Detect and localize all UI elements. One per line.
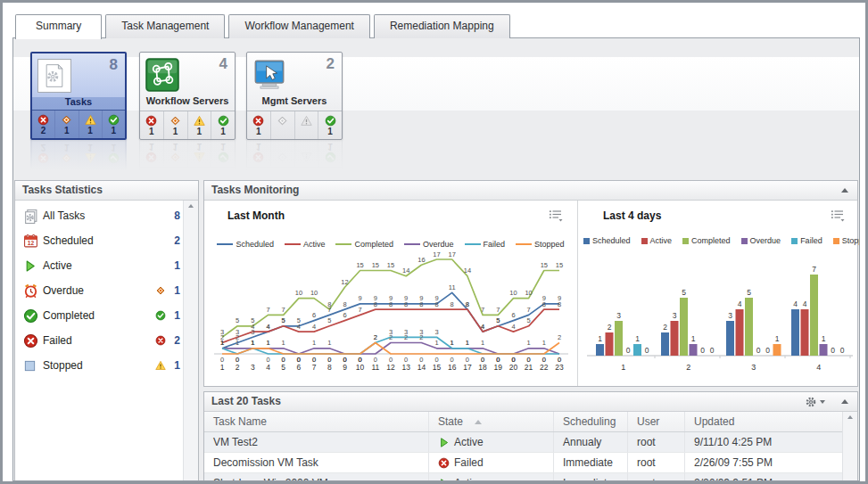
svg-text:0: 0 xyxy=(831,346,835,355)
tab-workflow-management[interactable]: Workflow Management xyxy=(228,14,370,38)
collapse-panel-icon[interactable] xyxy=(841,188,848,193)
svg-text:2: 2 xyxy=(663,323,667,332)
svg-text:12: 12 xyxy=(386,363,395,372)
summary-card-workflow-servers[interactable]: 4 Workflow Servers 1111 xyxy=(139,52,236,140)
svg-text:1: 1 xyxy=(251,339,254,347)
svg-text:17: 17 xyxy=(433,250,440,258)
stat-item-stopped[interactable]: Stopped 1 xyxy=(15,353,184,378)
scrollbar[interactable] xyxy=(842,412,857,481)
svg-text:0: 0 xyxy=(840,346,845,355)
svg-text:1: 1 xyxy=(312,339,316,347)
all-tasks-icon xyxy=(23,209,38,224)
svg-text:1: 1 xyxy=(451,339,454,347)
svg-text:1: 1 xyxy=(236,339,239,347)
svg-text:14: 14 xyxy=(464,267,471,275)
svg-text:12: 12 xyxy=(341,278,348,286)
legend-item: Scheduled xyxy=(217,240,274,249)
svg-text:3: 3 xyxy=(419,328,423,336)
svg-text:5: 5 xyxy=(527,316,531,324)
svg-text:8: 8 xyxy=(451,300,454,308)
tasks-monitoring-header: Tasks Monitoring xyxy=(204,181,857,201)
tab-remediation-mapping[interactable]: Remediation Mapping xyxy=(374,14,510,38)
svg-text:4: 4 xyxy=(511,323,515,331)
card-status-row: 2111 xyxy=(32,110,125,138)
svg-text:8: 8 xyxy=(434,300,438,308)
column-header-state[interactable]: State xyxy=(429,412,554,431)
svg-text:8: 8 xyxy=(327,300,331,308)
stat-item-overdue[interactable]: Overdue 1 xyxy=(15,278,184,303)
stat-item-failed[interactable]: Failed 2 xyxy=(15,328,184,353)
tab-summary[interactable]: Summary xyxy=(15,14,102,39)
status-cell: 2 xyxy=(32,111,55,138)
svg-text:11: 11 xyxy=(449,283,456,291)
svg-text:8: 8 xyxy=(419,300,423,308)
svg-text:17: 17 xyxy=(449,250,456,258)
tasks-statistics-header: Tasks Statistics xyxy=(15,181,198,201)
table-settings-control[interactable] xyxy=(805,396,825,408)
summary-card-mgmt-servers[interactable]: 2 Mgmt Servers 11 xyxy=(246,52,343,140)
chevron-down-icon[interactable] xyxy=(820,400,825,404)
line-chart-legend: ScheduledActiveCompletedOverdueFailedSto… xyxy=(204,238,577,249)
table-row[interactable]: VM Test2 Active Annualy root 9/11/10 4:2… xyxy=(204,432,843,453)
stat-item-all-tasks[interactable]: All Tasks 8 xyxy=(15,203,184,228)
chart-options-icon[interactable] xyxy=(549,209,563,222)
legend-item: Completed xyxy=(335,240,393,249)
table-row[interactable]: Shutdown Win 2000 VM Active Immediate ro… xyxy=(204,473,843,481)
stat-item-scheduled[interactable]: 12 Scheduled 2 xyxy=(15,228,184,253)
svg-text:5: 5 xyxy=(251,316,254,324)
gear-icon xyxy=(805,396,817,408)
table-row[interactable]: Decomission VM Task Failed Immediate roo… xyxy=(204,453,843,473)
status-cell: 1 xyxy=(318,111,342,139)
status-cell: 1 xyxy=(140,111,164,139)
stat-item-completed[interactable]: Completed 1 xyxy=(15,303,184,328)
play-icon xyxy=(438,478,450,482)
svg-text:7: 7 xyxy=(282,306,285,314)
scroll-up-arrow[interactable] xyxy=(188,204,194,208)
stat-item-active[interactable]: Active 1 xyxy=(15,253,184,278)
svg-text:15: 15 xyxy=(387,261,394,269)
svg-text:8: 8 xyxy=(374,300,377,308)
column-header-task-name[interactable]: Task Name xyxy=(204,412,429,431)
tasks-monitoring-panel: Tasks Monitoring Last Month ScheduledAct… xyxy=(203,180,858,387)
tab-task-management[interactable]: Task Management xyxy=(105,14,225,38)
gear-icon[interactable] xyxy=(805,396,817,408)
svg-text:19: 19 xyxy=(494,363,503,372)
card-count: 8 xyxy=(110,56,118,74)
stat-value: 1 xyxy=(169,359,180,372)
scroll-up-arrow[interactable] xyxy=(847,415,853,419)
collapse-panel-icon[interactable] xyxy=(841,399,848,404)
column-header-scheduling[interactable]: Scheduling xyxy=(554,412,628,431)
legend-item: Active xyxy=(641,236,673,245)
failed-icon xyxy=(37,114,49,126)
svg-text:10: 10 xyxy=(525,289,532,297)
tasks-statistics-list: All Tasks 8 12 Scheduled 2 Active 1 Over… xyxy=(15,201,184,480)
svg-text:3: 3 xyxy=(616,311,621,320)
svg-text:3: 3 xyxy=(434,328,438,336)
line-chart-plot: 1234556789999991184567992344544567888888… xyxy=(210,249,570,381)
legend-item: Stopped xyxy=(833,236,860,245)
last-20-tasks-header: Last 20 Tasks xyxy=(204,392,857,412)
column-header-user[interactable]: User xyxy=(628,412,685,431)
chart-options-icon[interactable] xyxy=(831,209,845,222)
svg-text:15: 15 xyxy=(556,261,563,269)
status-cell xyxy=(295,111,319,139)
overdue-icon xyxy=(155,285,166,296)
svg-text:21: 21 xyxy=(525,363,533,372)
svg-text:5: 5 xyxy=(282,316,285,324)
summary-card-tasks[interactable]: 8 Tasks 2111 xyxy=(30,52,127,140)
svg-text:2: 2 xyxy=(374,333,377,341)
legend-item: Overdue xyxy=(404,240,454,249)
svg-text:4: 4 xyxy=(266,363,270,372)
status-cell: 1 xyxy=(79,111,103,138)
ok-icon xyxy=(325,115,336,127)
state-cell: Active xyxy=(429,473,554,481)
stat-value: 1 xyxy=(169,284,180,297)
svg-text:8: 8 xyxy=(389,300,393,308)
svg-text:15: 15 xyxy=(372,261,379,269)
stat-value: 1 xyxy=(169,309,180,322)
svg-text:7: 7 xyxy=(496,306,500,314)
last-20-tasks-panel: Last 20 Tasks Task NameStateSchedulingUs… xyxy=(203,391,858,481)
warning-icon xyxy=(85,114,96,126)
scrollbar[interactable] xyxy=(183,201,198,480)
column-header-updated[interactable]: Updated xyxy=(685,412,843,431)
